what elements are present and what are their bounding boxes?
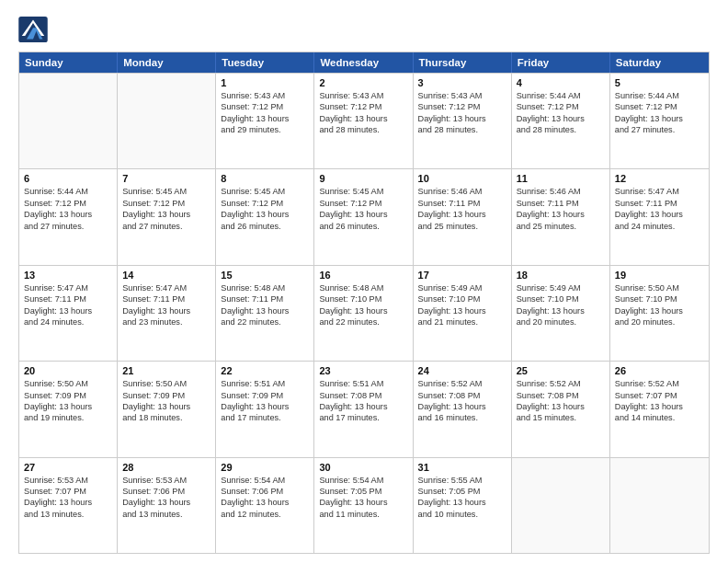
cell-line: Daylight: 13 hours xyxy=(122,497,210,508)
calendar: SundayMondayTuesdayWednesdayThursdayFrid… xyxy=(18,52,710,554)
day-number: 19 xyxy=(615,270,704,281)
cell-line: Daylight: 13 hours xyxy=(221,401,309,412)
day-number: 13 xyxy=(24,270,112,281)
day-number: 2 xyxy=(319,77,407,88)
cell-line: Daylight: 13 hours xyxy=(517,401,605,412)
cell-line: Sunset: 7:11 PM xyxy=(615,198,704,209)
cell-line: and 25 minutes. xyxy=(418,221,506,232)
cell-line: Sunrise: 5:51 AM xyxy=(319,378,407,389)
cell-line: Daylight: 13 hours xyxy=(615,209,704,220)
calendar-cell: 29Sunrise: 5:54 AMSunset: 7:06 PMDayligh… xyxy=(216,458,314,553)
cell-line: and 27 minutes. xyxy=(615,124,704,135)
cell-line: Daylight: 13 hours xyxy=(122,401,210,412)
cell-line: Daylight: 13 hours xyxy=(24,209,112,220)
cell-line: and 25 minutes. xyxy=(517,221,605,232)
weekday-header: Monday xyxy=(118,52,216,73)
cell-line: Sunset: 7:07 PM xyxy=(615,390,704,401)
cell-line: Sunrise: 5:44 AM xyxy=(615,90,704,101)
calendar-cell: 10Sunrise: 5:46 AMSunset: 7:11 PMDayligh… xyxy=(414,169,512,264)
cell-line: Sunrise: 5:52 AM xyxy=(615,378,704,389)
day-number: 18 xyxy=(517,270,605,281)
cell-line: Sunrise: 5:47 AM xyxy=(24,282,112,293)
calendar-cell: 30Sunrise: 5:54 AMSunset: 7:05 PMDayligh… xyxy=(314,458,413,553)
cell-line: Daylight: 13 hours xyxy=(319,497,407,508)
cell-line: Sunrise: 5:50 AM xyxy=(24,378,112,389)
cell-line: Sunset: 7:06 PM xyxy=(122,486,210,497)
cell-line: Sunset: 7:12 PM xyxy=(615,101,704,112)
cell-line: and 29 minutes. xyxy=(221,124,309,135)
day-number: 10 xyxy=(418,173,506,184)
cell-line: Sunrise: 5:43 AM xyxy=(221,90,309,101)
cell-line: Sunrise: 5:43 AM xyxy=(418,90,506,101)
cell-line: Sunset: 7:10 PM xyxy=(319,293,407,304)
day-number: 7 xyxy=(122,173,210,184)
cell-line: Sunset: 7:12 PM xyxy=(221,101,309,112)
calendar-cell: 16Sunrise: 5:48 AMSunset: 7:10 PMDayligh… xyxy=(314,266,413,361)
day-number: 6 xyxy=(24,173,112,184)
day-number: 25 xyxy=(517,365,605,376)
cell-line: Sunrise: 5:49 AM xyxy=(517,282,605,293)
day-number: 29 xyxy=(221,462,309,473)
cell-line: Daylight: 13 hours xyxy=(319,401,407,412)
cell-line: and 27 minutes. xyxy=(24,221,112,232)
cell-line: and 28 minutes. xyxy=(418,124,506,135)
cell-line: and 26 minutes. xyxy=(319,221,407,232)
cell-line: and 14 minutes. xyxy=(615,412,704,423)
cell-line: Sunset: 7:08 PM xyxy=(319,390,407,401)
calendar-body: 1Sunrise: 5:43 AMSunset: 7:12 PMDaylight… xyxy=(19,73,709,553)
day-number: 11 xyxy=(517,173,605,184)
calendar-cell: 31Sunrise: 5:55 AMSunset: 7:05 PMDayligh… xyxy=(414,458,512,553)
day-number: 8 xyxy=(221,173,309,184)
calendar-row: 20Sunrise: 5:50 AMSunset: 7:09 PMDayligh… xyxy=(19,361,709,456)
weekday-header: Thursday xyxy=(414,52,512,73)
cell-line: Sunrise: 5:50 AM xyxy=(122,378,210,389)
day-number: 16 xyxy=(319,270,407,281)
day-number: 22 xyxy=(221,365,309,376)
weekday-header: Tuesday xyxy=(216,52,314,73)
cell-line: Daylight: 13 hours xyxy=(517,209,605,220)
weekday-header: Saturday xyxy=(610,52,709,73)
cell-line: Sunset: 7:12 PM xyxy=(319,198,407,209)
day-number: 27 xyxy=(24,462,112,473)
cell-line: and 28 minutes. xyxy=(517,124,605,135)
cell-line: Sunset: 7:09 PM xyxy=(221,390,309,401)
cell-line: Daylight: 13 hours xyxy=(24,305,112,316)
cell-line: Sunset: 7:10 PM xyxy=(615,293,704,304)
cell-line: Sunset: 7:07 PM xyxy=(24,486,112,497)
cell-line: and 13 minutes. xyxy=(24,509,112,520)
cell-line: and 19 minutes. xyxy=(24,412,112,423)
day-number: 31 xyxy=(418,462,506,473)
calendar-cell: 8Sunrise: 5:45 AMSunset: 7:12 PMDaylight… xyxy=(216,169,314,264)
calendar-cell: 11Sunrise: 5:46 AMSunset: 7:11 PMDayligh… xyxy=(512,169,610,264)
cell-line: Sunset: 7:05 PM xyxy=(418,486,506,497)
calendar-cell: 21Sunrise: 5:50 AMSunset: 7:09 PMDayligh… xyxy=(118,362,216,456)
cell-line: Sunrise: 5:44 AM xyxy=(517,90,605,101)
calendar-cell xyxy=(19,74,118,168)
weekday-header: Wednesday xyxy=(314,52,413,73)
cell-line: and 24 minutes. xyxy=(24,316,112,327)
cell-line: and 17 minutes. xyxy=(221,412,309,423)
day-number: 28 xyxy=(122,462,210,473)
cell-line: and 27 minutes. xyxy=(122,221,210,232)
cell-line: and 22 minutes. xyxy=(319,316,407,327)
cell-line: Sunrise: 5:48 AM xyxy=(319,282,407,293)
cell-line: Daylight: 13 hours xyxy=(418,305,506,316)
cell-line: Daylight: 13 hours xyxy=(418,113,506,124)
cell-line: and 11 minutes. xyxy=(319,509,407,520)
cell-line: Sunrise: 5:45 AM xyxy=(319,186,407,197)
cell-line: Sunset: 7:06 PM xyxy=(221,486,309,497)
cell-line: Sunrise: 5:44 AM xyxy=(24,186,112,197)
cell-line: Daylight: 13 hours xyxy=(122,209,210,220)
calendar-cell: 6Sunrise: 5:44 AMSunset: 7:12 PMDaylight… xyxy=(19,169,118,264)
cell-line: Daylight: 13 hours xyxy=(221,305,309,316)
cell-line: Sunset: 7:12 PM xyxy=(122,198,210,209)
cell-line: and 20 minutes. xyxy=(615,316,704,327)
cell-line: Sunset: 7:11 PM xyxy=(221,293,309,304)
cell-line: Sunset: 7:11 PM xyxy=(24,293,112,304)
cell-line: Daylight: 13 hours xyxy=(221,497,309,508)
day-number: 14 xyxy=(122,270,210,281)
day-number: 4 xyxy=(517,77,605,88)
cell-line: Daylight: 13 hours xyxy=(319,209,407,220)
calendar-cell: 13Sunrise: 5:47 AMSunset: 7:11 PMDayligh… xyxy=(19,266,118,361)
cell-line: Sunrise: 5:50 AM xyxy=(615,282,704,293)
